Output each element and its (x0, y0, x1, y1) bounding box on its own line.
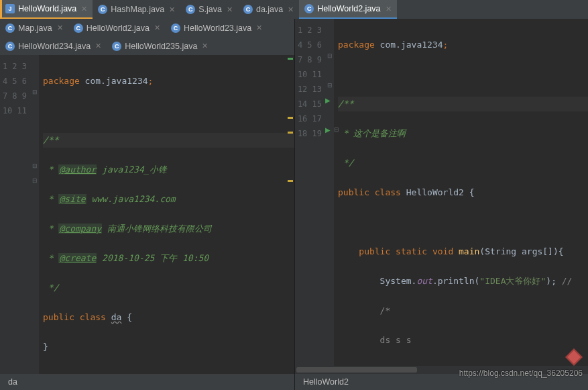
close-icon[interactable]: ✕ (227, 5, 233, 14)
java-file-icon (5, 4, 15, 13)
left-sub-tabs-2: HelloWorld234.java✕HelloWorld235.java✕ (0, 37, 294, 55)
doc-tag-site: @site (58, 194, 86, 204)
file-tab[interactable]: HelloWorld23.java✕ (166, 19, 268, 37)
close-icon[interactable]: ✕ (57, 23, 63, 32)
tab-filename: HelloWorld.java (18, 4, 76, 13)
class-file-icon (304, 4, 314, 13)
tab-filename: HelloWorld234.java (18, 42, 91, 51)
left-breadcrumb: da (0, 374, 294, 390)
close-icon[interactable]: ✕ (154, 23, 160, 32)
semi: ; (148, 76, 154, 86)
tab-filename: HelloWorld2.java (86, 23, 150, 33)
file-tab[interactable]: Map.java✕ (0, 19, 68, 37)
doc-open: /** (43, 135, 58, 145)
file-tab[interactable]: HelloWorld.java✕ (0, 0, 93, 19)
file-tab[interactable]: S.java✕ (180, 0, 238, 19)
left-fold-column: ⊟ ⊟ ⊟ (31, 55, 39, 374)
watermark-text: https://blog.csdn.net/qq_36205206 (459, 369, 583, 378)
fold-icon[interactable]: ⊟ (31, 162, 39, 169)
tab-filename: da.java (256, 5, 283, 14)
right-code-area[interactable]: package com.java1234; /** * 这个是备注啊 */ pu… (334, 19, 588, 366)
fold-icon[interactable]: ⊟ (31, 89, 39, 95)
file-tab[interactable]: da.java✕ (238, 0, 299, 19)
close-icon[interactable]: ✕ (386, 5, 392, 13)
file-tab[interactable]: HashMap.java✕ (93, 0, 180, 19)
fold-icon[interactable]: ⊟ (31, 177, 39, 184)
left-gutter: 1 2 3 4 5 6 7 8 9 10 11 (0, 55, 31, 374)
close-icon[interactable]: ✕ (202, 42, 208, 50)
right-gutter: 1 2 3 4 5 6 7 8 9 10 11 12 13 14 15 16 1… (295, 19, 326, 366)
left-editor[interactable]: 1 2 3 4 5 6 7 8 9 10 11 ⊟ ⊟ ⊟ package co… (0, 55, 294, 374)
pkg-name: com.java1234 (80, 76, 148, 86)
stripe-warn-icon[interactable] (288, 132, 293, 134)
class-file-icon (5, 23, 15, 33)
tab-filename: S.java (198, 5, 222, 14)
class-file-icon (74, 23, 83, 33)
tab-filename: HelloWorld235.java (125, 42, 197, 51)
class-file-icon (186, 5, 195, 14)
doc-tag-company: @company (58, 224, 102, 234)
file-tab[interactable]: HelloWorld2.java✕ (299, 0, 396, 19)
method-main: main (459, 246, 479, 256)
left-code-area[interactable]: package com.java1234; /** * @author java… (39, 55, 294, 374)
file-tab[interactable]: HelloWorld234.java✕ (0, 37, 107, 55)
doc-tag-create: @create (58, 253, 97, 263)
fold-icon[interactable]: ⊟ (326, 52, 334, 59)
stripe-warn-icon[interactable] (288, 117, 293, 119)
close-icon[interactable]: ✕ (256, 23, 262, 32)
breadcrumb-class[interactable]: HelloWorld2 (303, 377, 349, 387)
class-name: da (111, 312, 122, 322)
left-pane: Map.java✕HelloWorld2.java✕HelloWorld23.j… (0, 19, 295, 390)
close-icon[interactable]: ✕ (95, 42, 101, 50)
class-file-icon (171, 23, 180, 33)
breadcrumb-class[interactable]: da (8, 377, 17, 387)
class-name: HelloWorld2 { (406, 187, 475, 197)
fold-icon[interactable]: ⊟ (326, 82, 334, 89)
file-tab[interactable]: HelloWorld235.java✕ (107, 37, 213, 55)
doc-tag-author: @author (58, 164, 97, 175)
class-file-icon (98, 5, 107, 14)
stripe-warn-icon[interactable] (288, 180, 293, 182)
close-icon[interactable]: ✕ (81, 5, 87, 13)
top-tab-bar: HelloWorld.java✕HashMap.java✕S.java✕da.j… (0, 0, 588, 19)
right-pane: 1 2 3 4 5 6 7 8 9 10 11 12 13 14 15 16 1… (295, 19, 588, 390)
tab-filename: HelloWorld2.java (317, 4, 380, 13)
close-icon[interactable]: ✕ (169, 5, 175, 14)
tab-filename: HelloWorld23.java (184, 23, 251, 33)
right-fold-column: ⊟ ⊟ ▶ ▶ ⊟ (326, 19, 334, 366)
right-editor[interactable]: 1 2 3 4 5 6 7 8 9 10 11 12 13 14 15 16 1… (295, 19, 588, 366)
left-sub-tabs-1: Map.java✕HelloWorld2.java✕HelloWorld23.j… (0, 19, 294, 37)
file-tab[interactable]: HelloWorld2.java✕ (68, 19, 166, 37)
tab-filename: Map.java (18, 23, 52, 33)
doc-close: */ (43, 283, 58, 293)
left-error-stripe (286, 55, 293, 374)
stripe-ok-icon[interactable] (288, 58, 293, 60)
close-icon[interactable]: ✕ (288, 5, 294, 14)
scrollbar-thumb[interactable] (296, 367, 417, 373)
run-gutter-icon[interactable]: ▶ (325, 126, 331, 134)
class-file-icon (5, 42, 15, 51)
string-literal: "IDEA大爷你好" (479, 276, 546, 286)
class-file-icon (112, 42, 121, 51)
tab-filename: HashMap.java (111, 5, 164, 14)
kw-package: package (43, 76, 80, 86)
run-gutter-icon[interactable]: ▶ (325, 97, 331, 104)
class-file-icon (243, 5, 253, 14)
